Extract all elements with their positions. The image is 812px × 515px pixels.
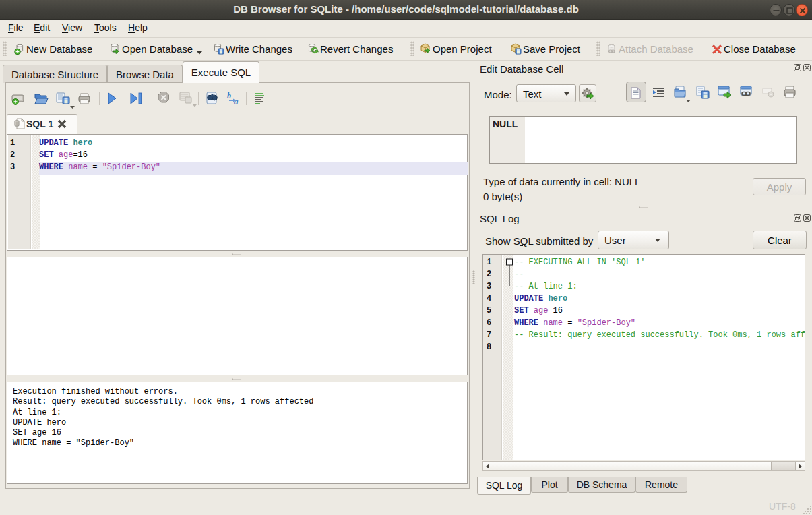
svg-text:a: a bbox=[234, 96, 239, 107]
svg-text:b: b bbox=[227, 91, 231, 100]
